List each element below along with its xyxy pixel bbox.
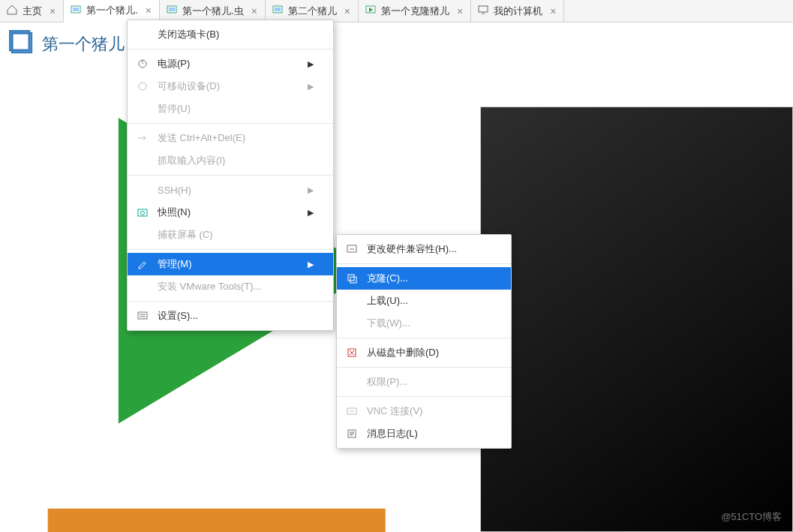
home-icon: [6, 4, 18, 18]
device-icon: [135, 80, 150, 92]
menu-item[interactable]: 更改硬件兼容性(H)...: [337, 238, 511, 260]
menu-item-label: SSH(H): [158, 185, 191, 196]
menu-item: 捕获屏幕 (C): [128, 224, 333, 246]
menu-item-label: 克隆(C)...: [367, 272, 408, 285]
menu-item-label: 可移动设备(D): [158, 80, 220, 93]
menu-item: 下载(W)...: [337, 312, 511, 335]
menu-item-label: VNC 连接(V): [367, 404, 422, 418]
menu-item[interactable]: 管理(M)▶: [128, 253, 333, 275]
tab-4[interactable]: 第一个克隆猪儿×: [359, 0, 471, 22]
menu-item-label: 更改硬件兼容性(H)...: [367, 242, 457, 256]
vm-icon: [166, 4, 178, 18]
chevron-right-icon: ▶: [308, 208, 314, 218]
menu-item: 安装 VMware Tools(T)...: [128, 275, 333, 298]
manage-icon: [135, 258, 150, 270]
menu-item-label: 管理(M): [158, 257, 192, 271]
menu-separator: [337, 263, 511, 264]
tab-0[interactable]: 主页×: [0, 0, 64, 22]
svg-point-22: [139, 83, 146, 90]
menu-item[interactable]: 设置(S)...: [128, 305, 333, 327]
tab-label: 我的计算机: [494, 5, 542, 18]
chevron-right-icon: ▶: [308, 82, 314, 92]
clone-icon: [344, 272, 359, 284]
power-icon: [135, 58, 150, 70]
vm-title-icon: [9, 30, 35, 58]
menu-item: SSH(H)▶: [128, 179, 333, 201]
close-icon[interactable]: ×: [146, 5, 152, 17]
tab-label: 第一个猪儿.: [86, 4, 138, 17]
menu-item-label: 从磁盘中删除(D): [367, 346, 439, 359]
vm-context-menu: 关闭选项卡(B)电源(P)▶可移动设备(D)▶暂停(U)发送 Ctrl+Alt+…: [127, 20, 334, 331]
tab-label: 第二个猪儿: [288, 5, 337, 18]
menu-separator: [128, 301, 333, 302]
svg-rect-27: [348, 275, 354, 281]
svg-rect-5: [275, 8, 281, 11]
settings-icon: [135, 310, 150, 322]
menu-item-label: 设置(S)...: [158, 309, 198, 323]
menu-separator: [337, 338, 511, 338]
delete-icon: [344, 347, 359, 359]
log-icon: [344, 428, 359, 440]
close-icon[interactable]: ×: [344, 5, 350, 17]
menu-item: 暂停(U): [128, 98, 333, 120]
send-icon: [135, 132, 150, 144]
menu-item-label: 抓取输入内容(I): [158, 154, 225, 167]
menu-item-label: 消息日志(L): [367, 427, 418, 440]
chevron-right-icon: ▶: [308, 59, 314, 69]
menu-item-label: 快照(N): [158, 206, 191, 219]
menu-item-label: 安装 VMware Tools(T)...: [158, 280, 261, 293]
svg-rect-7: [479, 6, 488, 12]
compat-icon: [344, 243, 359, 255]
menu-item[interactable]: 上载(U)...: [337, 290, 511, 312]
menu-item[interactable]: 关闭选项卡(B): [128, 23, 333, 46]
menu-separator: [128, 249, 333, 250]
vm-icon: [70, 4, 82, 18]
menu-item-label: 权限(P)...: [367, 375, 407, 389]
menu-separator: [337, 367, 511, 368]
vm-preview: @51CTO博客: [480, 107, 793, 532]
menu-separator: [128, 49, 333, 50]
menu-item: VNC 连接(V): [337, 400, 511, 422]
menu-item[interactable]: 快照(N)▶: [128, 201, 333, 224]
menu-item[interactable]: 从磁盘中删除(D): [337, 341, 511, 364]
svg-rect-3: [169, 8, 175, 11]
tab-label: 第一个克隆猪儿: [381, 5, 449, 18]
vnc-icon: [344, 405, 359, 417]
menu-item[interactable]: 克隆(C)...: [337, 267, 511, 290]
menu-item-label: 上载(U)...: [367, 294, 408, 308]
close-icon[interactable]: ×: [50, 5, 56, 17]
tab-label: 第一个猪儿.虫: [182, 5, 244, 18]
menu-item-label: 暂停(U): [158, 102, 191, 116]
tab-2[interactable]: 第一个猪儿.虫×: [160, 0, 266, 22]
menu-item: 可移动设备(D)▶: [128, 75, 333, 98]
pc-icon: [477, 4, 489, 18]
svg-rect-25: [138, 312, 147, 319]
menu-item-label: 发送 Ctrl+Alt+Del(E): [158, 131, 245, 145]
snapshot-icon: [135, 206, 150, 218]
menu-item-label: 电源(P): [158, 57, 190, 71]
menu-item: 权限(P)...: [337, 371, 511, 393]
close-icon[interactable]: ×: [251, 5, 257, 17]
menu-item[interactable]: 电源(P)▶: [128, 53, 333, 75]
chevron-right-icon: ▶: [308, 260, 314, 269]
menu-item[interactable]: 消息日志(L): [337, 422, 511, 445]
menu-item-label: 关闭选项卡(B): [158, 28, 219, 41]
close-icon[interactable]: ×: [457, 5, 463, 17]
tab-bar: 主页×第一个猪儿.×第一个猪儿.虫×第二个猪儿×第一个克隆猪儿×我的计算机×: [0, 0, 793, 23]
tab-3[interactable]: 第二个猪儿×: [266, 0, 359, 22]
svg-point-24: [141, 212, 145, 215]
right-panel: @51CTO博客: [480, 23, 793, 532]
vm-icon: [272, 4, 284, 18]
manage-submenu: 更改硬件兼容性(H)...克隆(C)...上载(U)...下载(W)...从磁盘…: [336, 234, 512, 449]
menu-item-label: 捕获屏幕 (C): [158, 228, 213, 242]
svg-rect-28: [350, 277, 356, 283]
menu-separator: [128, 175, 333, 176]
menu-item: 抓取输入内容(I): [128, 149, 333, 172]
edit-settings-link[interactable]: 编辑虚拟机设置: [17, 477, 480, 532]
menu-separator: [128, 123, 333, 124]
vm-play-icon: [365, 4, 377, 18]
chevron-right-icon: ▶: [308, 185, 314, 195]
menu-separator: [337, 396, 511, 397]
tab-5[interactable]: 我的计算机×: [471, 0, 564, 22]
close-icon[interactable]: ×: [550, 5, 556, 17]
